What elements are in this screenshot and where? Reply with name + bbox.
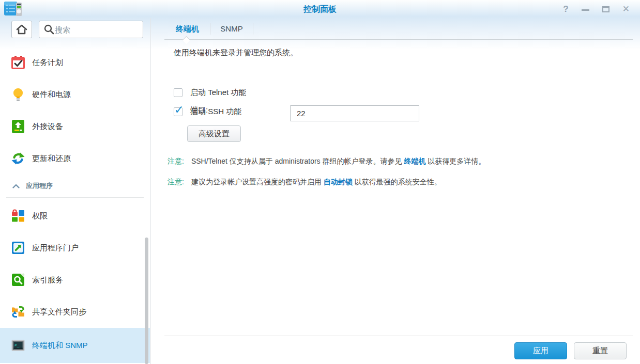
sidebar-item-privileges[interactable]: 权限: [0, 200, 150, 232]
sidebar-item-label: 硬件和电源: [32, 90, 71, 100]
chevron-up-icon: [12, 184, 20, 188]
port-input[interactable]: [290, 105, 419, 121]
sidebar-item-label: 共享文件夹同步: [32, 307, 86, 317]
privileges-icon: [11, 209, 25, 223]
close-icon[interactable]: ✕: [622, 5, 630, 13]
sidebar-item-label: 权限: [32, 211, 48, 221]
sidebar-item-update-restore[interactable]: 更新和还原: [0, 143, 150, 175]
port-row: 端口:: [190, 105, 208, 115]
help-icon[interactable]: ?: [563, 5, 568, 13]
application-portal-icon: [11, 241, 25, 255]
sidebar-section-applications[interactable]: 应用程序: [0, 175, 150, 197]
sidebar-item-terminal-snmp[interactable]: >_ 终端机和 SNMP: [0, 328, 150, 363]
ssh-checkbox[interactable]: ✓: [174, 107, 182, 116]
sidebar-item-label: 任务计划: [32, 58, 63, 68]
note-text: 以获得更多详情。: [425, 157, 485, 165]
home-icon: [16, 24, 28, 35]
titlebar: 控制面板 ? ✕: [0, 0, 640, 18]
search-icon: [43, 24, 55, 35]
footer-divider: [164, 336, 633, 336]
reset-button[interactable]: 重置: [574, 342, 627, 359]
terminal-description: 使用终端机来登录并管理您的系统。: [174, 48, 298, 58]
note-admin-login: 注意:SSH/Telnet 仅支持从属于 administrators 群组的帐…: [167, 157, 485, 166]
indexing-service-icon: [11, 273, 25, 287]
terminal-help-link[interactable]: 终端机: [404, 157, 425, 165]
sidebar-item-label: 更新和还原: [32, 154, 71, 164]
external-device-icon: [11, 120, 25, 133]
note-text: SSH/Telnet 仅支持从属于 administrators 群组的帐户登录…: [191, 157, 404, 165]
apply-button[interactable]: 应用: [514, 342, 567, 359]
tab-snmp[interactable]: SNMP: [210, 21, 253, 37]
sidebar-item-label: 终端机和 SNMP: [32, 341, 88, 351]
shared-folder-sync-icon: [11, 305, 25, 319]
search-box: [39, 21, 143, 38]
note-password-strength: 注意:建议为登录帐户设置高强度的密码并启用 自动封锁 以获得最强的系统安全性。: [167, 178, 441, 187]
telnet-checkbox-label: 启动 Telnet 功能: [190, 88, 246, 98]
search-input[interactable]: [55, 25, 139, 34]
sidebar-item-label: 应用程序门户: [32, 243, 79, 253]
control-panel-window: 控制面板 ? ✕: [0, 0, 640, 364]
sidebar-menu: 任务计划 硬件和电源 外接设备: [0, 46, 150, 363]
note-label: 注意:: [167, 178, 184, 186]
sidebar-item-label: 索引服务: [32, 275, 63, 285]
note-text: 建议为登录帐户设置高强度的密码并启用: [191, 178, 324, 186]
sidebar-item-label: 外接设备: [32, 122, 63, 132]
telnet-checkbox-row: 启动 Telnet 功能: [174, 88, 246, 98]
sidebar-scrollbar[interactable]: [145, 238, 148, 364]
main-panel: 终端机 SNMP 使用终端机来登录并管理您的系统。 启动 Telnet 功能 ✓…: [151, 18, 640, 364]
tab-separator: [253, 23, 253, 35]
tab-bar: 终端机 SNMP: [151, 18, 640, 39]
update-restore-icon: [11, 152, 25, 165]
auto-block-link[interactable]: 自动封锁: [324, 178, 353, 186]
port-label: 端口:: [190, 105, 208, 115]
hardware-power-icon: [11, 88, 25, 101]
sidebar-item-hardware-power[interactable]: 硬件和电源: [0, 78, 150, 110]
sidebar: 任务计划 硬件和电源 外接设备: [0, 18, 150, 364]
sidebar-item-shared-folder-sync[interactable]: 共享文件夹同步: [0, 296, 150, 328]
window-title: 控制面板: [0, 0, 640, 18]
home-button[interactable]: [11, 21, 32, 38]
sidebar-item-task-scheduler[interactable]: 任务计划: [0, 46, 150, 78]
terminal-snmp-icon: >_: [11, 339, 25, 352]
note-text: 以获得最强的系统安全性。: [353, 178, 441, 186]
task-scheduler-icon: [11, 56, 25, 69]
note-label: 注意:: [167, 157, 184, 165]
sidebar-divider: [6, 197, 144, 198]
tab-underline: [164, 39, 633, 40]
section-header-label: 应用程序: [26, 181, 53, 191]
tab-terminal[interactable]: 终端机: [165, 21, 210, 37]
maximize-icon[interactable]: [602, 6, 609, 12]
telnet-checkbox[interactable]: [174, 88, 182, 97]
advanced-settings-button[interactable]: 高级设置: [187, 125, 241, 142]
sidebar-item-external-devices[interactable]: 外接设备: [0, 110, 150, 143]
minimize-icon[interactable]: [582, 9, 589, 11]
sidebar-item-indexing-service[interactable]: 索引服务: [0, 264, 150, 296]
check-icon: ✓: [174, 103, 184, 117]
sidebar-item-application-portal[interactable]: 应用程序门户: [0, 232, 150, 264]
window-controls: ? ✕: [563, 0, 630, 18]
svg-text:>_: >_: [14, 343, 20, 347]
